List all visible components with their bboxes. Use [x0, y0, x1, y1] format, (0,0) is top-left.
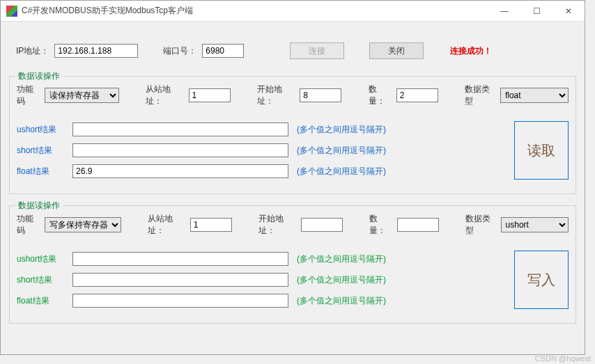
close-window-button[interactable]: ✕: [552, 1, 585, 22]
write-ushort-hint: (多个值之间用逗号隔开): [297, 253, 386, 265]
read-dtype-select[interactable]: float: [500, 88, 569, 103]
read-short-input[interactable]: [72, 143, 288, 157]
titlebar: C#开发NMODBUS助手实现ModbusTcp客户端 — ☐ ✕: [1, 1, 585, 22]
write-func-label: 功能码: [17, 213, 39, 237]
write-float-hint: (多个值之间用逗号隔开): [297, 295, 386, 307]
write-slave-input[interactable]: [190, 218, 232, 232]
app-window: C#开发NMODBUS助手实现ModbusTcp客户端 — ☐ ✕ IP地址： …: [0, 0, 585, 355]
write-button[interactable]: 写入: [514, 251, 569, 309]
client-area: IP地址： 端口号： 连接 关闭 连接成功！ 数据读操作 功能码 读保持寄存器 …: [1, 22, 585, 354]
write-dtype-select[interactable]: ushort: [501, 217, 569, 232]
watermark: CSDN @hqwest: [535, 354, 591, 363]
read-params: 功能码 读保持寄存器 从站地址： 开始地址： 数量： 数据类型 float: [17, 84, 569, 107]
read-slave-label: 从站地址：: [146, 84, 183, 107]
write-ushort-input[interactable]: [72, 252, 288, 266]
write-params: 功能码 写多保持寄存器 从站地址： 开始地址： 数量： 数据类型 ushort: [17, 213, 569, 237]
port-label: 端口号：: [163, 45, 196, 57]
connection-row: IP地址： 端口号： 连接 关闭 连接成功！: [9, 30, 576, 73]
read-groupbox: 数据读操作 功能码 读保持寄存器 从站地址： 开始地址： 数量： 数据类型 fl…: [9, 76, 576, 194]
write-func-select[interactable]: 写多保持寄存器: [45, 217, 121, 232]
read-func-select[interactable]: 读保持寄存器: [45, 88, 119, 103]
read-short-label: short结果: [17, 145, 70, 157]
write-qty-label: 数量：: [369, 213, 392, 237]
window-title: C#开发NMODBUS助手实现ModbusTcp客户端: [22, 5, 488, 17]
read-float-hint: (多个值之间用逗号隔开): [297, 166, 386, 177]
write-short-hint: (多个值之间用逗号隔开): [297, 274, 386, 286]
read-dtype-label: 数据类型: [465, 84, 495, 107]
read-qty-label: 数量：: [369, 84, 391, 107]
read-func-label: 功能码: [17, 84, 39, 107]
write-groupbox: 数据读操作 功能码 写多保持寄存器 从站地址： 开始地址： 数量： 数据类型 u…: [9, 205, 576, 324]
app-icon: [6, 6, 17, 17]
ip-input[interactable]: [54, 44, 138, 58]
write-short-input[interactable]: [72, 273, 288, 287]
minimize-button[interactable]: —: [488, 1, 520, 22]
write-slave-label: 从站地址：: [148, 213, 185, 237]
write-float-input[interactable]: [72, 294, 288, 308]
read-start-label: 开始地址：: [257, 84, 294, 107]
read-ushort-hint: (多个值之间用逗号隔开): [297, 124, 386, 136]
write-dtype-label: 数据类型: [465, 213, 495, 237]
read-start-input[interactable]: [300, 88, 341, 102]
read-ushort-label: ushort结果: [17, 124, 70, 136]
write-qty-input[interactable]: [397, 218, 439, 232]
read-button[interactable]: 读取: [514, 121, 569, 180]
ip-label: IP地址：: [16, 45, 49, 57]
window-controls: — ☐ ✕: [488, 1, 585, 22]
read-results: ushort结果 (多个值之间用逗号隔开) short结果 (多个值之间用逗号隔…: [17, 116, 504, 185]
read-float-input[interactable]: [72, 164, 288, 178]
write-results: ushort结果 (多个值之间用逗号隔开) short结果 (多个值之间用逗号隔…: [17, 245, 504, 315]
write-float-label: float结果: [17, 295, 70, 307]
maximize-button[interactable]: ☐: [520, 1, 552, 22]
port-input[interactable]: [202, 44, 244, 58]
read-slave-input[interactable]: [189, 88, 231, 102]
write-ushort-label: ushort结果: [17, 253, 70, 265]
read-float-label: float结果: [17, 166, 70, 177]
read-ushort-input[interactable]: [72, 122, 288, 136]
write-start-input[interactable]: [301, 218, 343, 232]
write-start-label: 开始地址：: [258, 213, 295, 237]
read-legend: 数据读操作: [15, 70, 63, 82]
read-qty-input[interactable]: [396, 88, 438, 102]
connection-status: 连接成功！: [450, 45, 492, 57]
write-legend: 数据读操作: [15, 200, 63, 212]
write-short-label: short结果: [17, 274, 70, 286]
read-short-hint: (多个值之间用逗号隔开): [297, 145, 386, 157]
connect-button[interactable]: 连接: [290, 42, 344, 59]
close-button[interactable]: 关闭: [369, 42, 424, 59]
